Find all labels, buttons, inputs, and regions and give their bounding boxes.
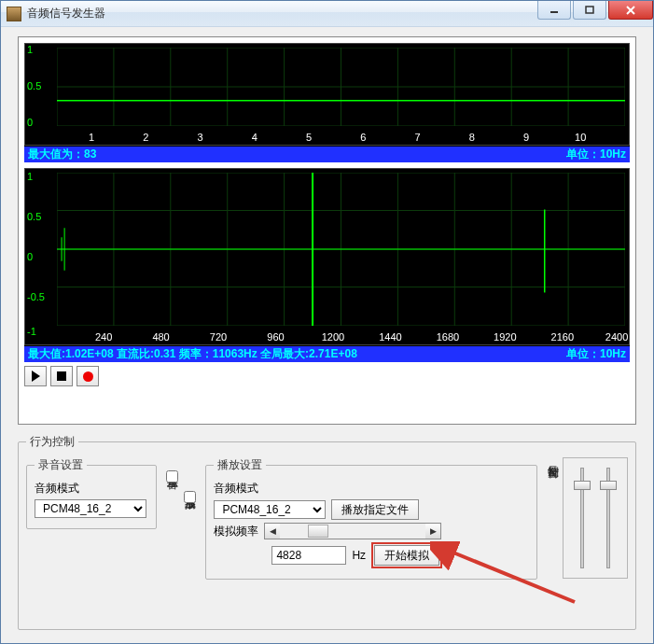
stop-button[interactable] (50, 366, 73, 386)
sim-freq-label: 模拟频率 (214, 524, 258, 539)
plot2-status-left: 最大值:1.02E+08 直流比:0.31 频率：11063Hz 全局最大:2.… (28, 346, 357, 362)
plot1-xtick: 7 (414, 132, 420, 143)
plot1-status-right: 单位：10Hz (566, 147, 626, 162)
plot2-xtick: 2160 (551, 331, 574, 343)
minimize-button[interactable] (537, 1, 571, 20)
plot1-xtick: 5 (306, 132, 312, 143)
plot2-xtick: 480 (152, 331, 169, 343)
volume-control (563, 457, 628, 579)
plot2-xtick: 1920 (494, 331, 516, 343)
plot1-xtick: 4 (252, 132, 257, 143)
plot2-status-right: 单位：10Hz (566, 346, 626, 362)
sim-freq-scrollbar[interactable]: ◀ ▶ (264, 523, 441, 539)
plot2-xtick: 2400 (605, 331, 628, 343)
close-button[interactable] (608, 1, 653, 20)
plot1-ytick: 0.5 (27, 80, 41, 91)
plot2-xtick: 1680 (437, 331, 459, 343)
play-legend: 播放设置 (214, 457, 266, 473)
plot2-ytick: 1 (27, 171, 33, 182)
svg-rect-1 (586, 7, 593, 13)
plot2-ytick: 0.5 (27, 211, 41, 222)
record-mode-label: 音频模式 (35, 481, 148, 497)
record-legend: 录音设置 (35, 457, 87, 473)
volume-slider-right[interactable] (595, 464, 621, 572)
plot-bottom: 1 0.5 0 -0.5 -1 240 480 720 960 1200 144… (24, 168, 630, 345)
plot2-xtick: 720 (210, 331, 227, 343)
start-sim-button[interactable]: 开始模拟 (374, 545, 439, 566)
play-button[interactable] (24, 366, 47, 386)
play-display-checkbox[interactable] (184, 491, 196, 503)
plot1-xtick: 6 (360, 132, 366, 143)
record-icon (83, 371, 93, 382)
plot2-ytick: -0.5 (27, 291, 45, 302)
plot2-status: 最大值:1.02E+08 直流比:0.31 频率：11063Hz 全局最大:2.… (24, 345, 630, 362)
play-mode-select[interactable]: PCM48_16_2 (214, 500, 326, 519)
plot1-ytick: 0 (27, 117, 33, 128)
maximize-button[interactable] (573, 1, 606, 20)
playback-toolbar (24, 366, 630, 386)
record-settings-group: 录音设置 音频模式 PCM48_16_2 (26, 457, 157, 529)
plot-frame: 1 0.5 0 1 2 3 4 5 6 7 8 9 10 最大值为：83 单位：… (18, 36, 636, 425)
app-icon (7, 7, 21, 21)
behavior-legend: 行为控制 (26, 434, 78, 450)
volume-slider-left[interactable] (569, 464, 595, 572)
scroll-right-icon[interactable]: ▶ (425, 524, 440, 539)
plot1-xtick: 2 (143, 132, 148, 143)
plot2-xtick: 1200 (322, 331, 344, 343)
record-mode-select[interactable]: PCM48_16_2 (35, 499, 146, 518)
play-icon (32, 371, 40, 382)
play-file-button[interactable]: 播放指定文件 (331, 499, 419, 520)
record-button[interactable] (77, 366, 99, 386)
plot1-xtick: 10 (575, 132, 586, 143)
plot1-xtick: 1 (89, 132, 94, 143)
scroll-left-icon[interactable]: ◀ (265, 524, 280, 539)
plot1-status-left: 最大值为：83 (28, 147, 96, 162)
plot2-xtick: 1440 (379, 331, 401, 343)
plot1-ytick: 1 (27, 44, 33, 55)
play-settings-group: 播放设置 音频模式 PCM48_16_2 播放指定文件 模拟频率 ◀ ▶ (205, 457, 536, 580)
sim-freq-unit: Hz (352, 549, 366, 562)
plot2-ytick: 0 (27, 251, 33, 262)
volume-label: 音量控制 (547, 457, 559, 579)
plot2-xtick: 960 (267, 331, 284, 343)
plot1-xtick: 8 (469, 132, 475, 143)
sim-freq-input[interactable] (271, 546, 346, 565)
titlebar: 音频信号发生器 (1, 1, 653, 27)
plot-top: 1 0.5 0 1 2 3 4 5 6 7 8 9 10 (24, 43, 630, 146)
rec-display-checkbox[interactable] (166, 470, 178, 483)
plot1-status: 最大值为：83 单位：10Hz (24, 146, 630, 162)
annotation-highlight: 开始模拟 (371, 542, 442, 568)
plot2-xtick: 240 (95, 331, 112, 343)
plot2-ytick: -1 (27, 326, 36, 337)
stop-icon (57, 371, 66, 381)
window-title: 音频信号发生器 (27, 6, 536, 21)
plot1-xtick: 3 (198, 132, 203, 143)
behavior-control-group: 行为控制 录音设置 音频模式 PCM48_16_2 录音显示 (18, 434, 636, 630)
play-mode-label: 音频模式 (214, 481, 528, 497)
plot1-xtick: 9 (523, 132, 529, 143)
